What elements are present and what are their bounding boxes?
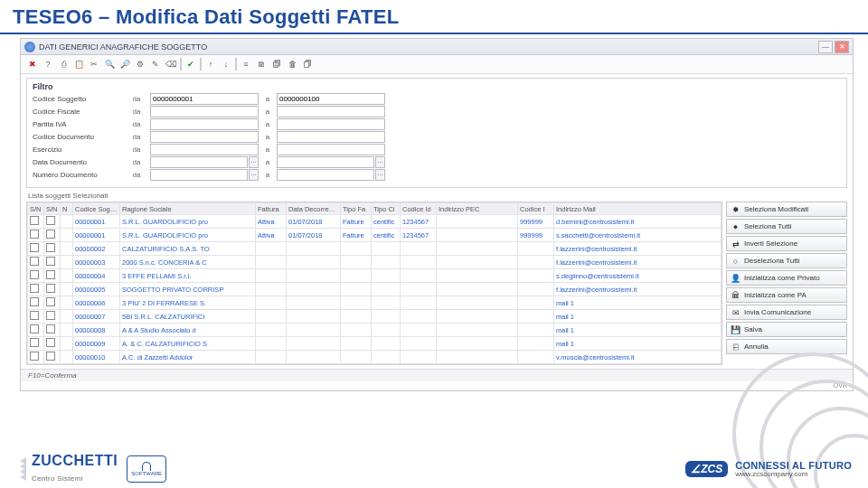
filter-from-input[interactable] [150, 144, 259, 155]
filter-op-from: da [127, 120, 146, 128]
side-button[interactable]: 👤Inizializza come Privato [726, 270, 847, 286]
tool-cut-icon[interactable]: ✂ [88, 58, 100, 70]
cell-pec [437, 310, 518, 324]
column-header[interactable]: Codice Id [401, 203, 437, 215]
checkbox[interactable] [28, 269, 44, 283]
table-row[interactable]: 00000001S.R.L. GUARDOLIFICIO proAttiva01… [28, 229, 722, 242]
checkbox[interactable] [44, 337, 61, 351]
date-picker-icon[interactable]: … [375, 156, 385, 168]
column-header[interactable]: Fattura [256, 203, 287, 215]
filter-to-input[interactable] [277, 118, 385, 130]
tool-confirm-icon[interactable]: ✔ [184, 58, 197, 70]
checkbox[interactable] [28, 215, 44, 229]
checkbox[interactable] [44, 351, 61, 364]
checkbox[interactable] [44, 296, 61, 310]
column-header[interactable]: Tipo Ci [372, 203, 401, 215]
website: www.zcscompany.com [735, 471, 852, 479]
checkbox[interactable] [28, 229, 44, 242]
slide-footer: ZUCCHETTI Centro Sistemi SOFTWARE ∠ZCS C… [0, 454, 868, 484]
checkbox[interactable] [44, 215, 61, 229]
table-row[interactable]: 000000043 EFFE PELLAMI S.r.l.s.degiinno@… [28, 269, 722, 283]
side-button[interactable]: 🏛Inizializza come PA [726, 287, 847, 303]
table-row[interactable]: 00000008A & A Studio Associato dmail 1 [28, 324, 722, 337]
date-picker-icon[interactable]: … [249, 169, 259, 181]
table-row[interactable]: 00000002CALZATURIFICIO S.A.S. TOf.lazzer… [28, 242, 722, 256]
filter-to-input[interactable] [277, 169, 374, 181]
side-button[interactable]: ●Seleziona Tutti [726, 219, 847, 234]
filter-to-input[interactable] [277, 156, 374, 168]
checkbox[interactable] [44, 324, 61, 337]
filter-from-input[interactable] [150, 118, 259, 130]
filter-from-input[interactable] [150, 156, 248, 168]
date-picker-icon[interactable]: … [375, 169, 385, 181]
subjects-grid[interactable]: S/NS/NNCodice SoggeRagione SocialeFattur… [26, 202, 722, 365]
tool-down-icon[interactable]: ↓ [220, 58, 232, 70]
date-picker-icon[interactable]: … [249, 156, 259, 168]
filter-from-input[interactable] [150, 106, 259, 117]
table-row[interactable]: 000000032000 S.n.c. CONCERIA & Cf.lazzer… [28, 256, 722, 269]
checkbox[interactable] [28, 351, 44, 364]
tool-doc3-icon[interactable]: 🗑 [286, 58, 298, 70]
table-row[interactable]: 00000010A.C. di Zazzetti Addolorv.moscia… [28, 351, 722, 364]
filter-from-input[interactable] [150, 169, 248, 181]
side-button[interactable]: ⇄Inverti Selezione [726, 236, 847, 251]
side-button[interactable]: ○Deseleziona Tutti [726, 253, 847, 268]
side-button[interactable]: ✸Seleziona Modificati [726, 202, 847, 217]
tool-zoomout-icon[interactable]: 🔍 [103, 58, 116, 70]
column-header[interactable]: S/N [28, 203, 44, 215]
table-row[interactable]: 000000063 PIU' 2 DI FERRARESE S.mail 1 [28, 296, 722, 310]
column-header[interactable]: Ragione Sociale [120, 203, 256, 215]
tool-clipboard-icon[interactable]: 📋 [72, 58, 85, 70]
filter-from-input[interactable] [150, 93, 259, 105]
column-header[interactable]: Data Decorrenza [287, 203, 341, 215]
minimize-button[interactable]: — [818, 41, 833, 53]
checkbox[interactable] [44, 256, 61, 269]
tool-gear-icon[interactable]: ⚙ [134, 58, 146, 70]
filter-to-input[interactable] [277, 144, 385, 155]
side-button[interactable]: ✉Invia Comunicazione [726, 305, 847, 320]
checkbox[interactable] [28, 256, 44, 269]
checkbox[interactable] [28, 283, 44, 296]
checkbox[interactable] [44, 283, 61, 296]
column-header[interactable]: Codice Sogge [73, 203, 120, 215]
cell-code: 00000001 [73, 229, 120, 242]
tool-zoomin-icon[interactable]: 🔎 [118, 58, 131, 70]
column-header[interactable]: Indirizzo Mail [554, 203, 722, 215]
tool-help-icon[interactable]: ? [42, 58, 54, 70]
checkbox[interactable] [28, 337, 44, 351]
column-header[interactable]: N [61, 203, 73, 215]
tool-print-icon[interactable]: ⎙ [57, 58, 70, 70]
checkbox[interactable] [44, 229, 61, 242]
column-header[interactable]: S/N [44, 203, 61, 215]
tool-doc2-icon[interactable]: 🗐 [270, 58, 283, 70]
filter-to-input[interactable] [277, 131, 385, 143]
filter-to-input[interactable] [277, 93, 385, 105]
column-header[interactable]: Indirizzo PEC [437, 203, 518, 215]
table-row[interactable]: 00000009A. & C. CALZATURIFICIO Smail 1 [28, 337, 722, 351]
tool-cancel-icon[interactable]: ✖ [26, 58, 39, 70]
tool-edit-icon[interactable]: ✎ [149, 58, 162, 70]
tool-delete-icon[interactable]: ⌫ [165, 58, 177, 70]
table-row[interactable]: 00000001S.R.L. GUARDOLIFICIO proAttiva01… [28, 215, 722, 229]
cell-code: 00000008 [73, 324, 120, 337]
checkbox[interactable] [44, 269, 61, 283]
tool-doc1-icon[interactable]: 🗎 [255, 58, 268, 70]
filter-from-input[interactable] [150, 131, 259, 143]
column-header[interactable]: Tipo Fa [341, 203, 372, 215]
tool-up-icon[interactable]: ↑ [204, 58, 217, 70]
checkbox[interactable] [44, 242, 61, 256]
tool-list-icon[interactable]: ≡ [240, 58, 252, 70]
checkbox[interactable] [28, 324, 44, 337]
table-row[interactable]: 000000075BI S.R.L. CALZATURIFICImail 1 [28, 310, 722, 324]
table-row[interactable]: 00000005SOGGETTO PRIVATO CORRISPf.lazzer… [28, 283, 722, 296]
tool-doc4-icon[interactable]: 🗍 [301, 58, 314, 70]
column-header[interactable]: Codice I [518, 203, 554, 215]
checkbox[interactable] [28, 296, 44, 310]
checkbox[interactable] [28, 310, 44, 324]
checkbox[interactable] [28, 242, 44, 256]
filter-to-input[interactable] [277, 106, 385, 117]
checkbox[interactable] [44, 310, 61, 324]
close-button[interactable]: ✕ [835, 41, 849, 53]
button-icon: ⇄ [731, 239, 741, 249]
side-button[interactable]: 💾Salva [726, 322, 847, 337]
